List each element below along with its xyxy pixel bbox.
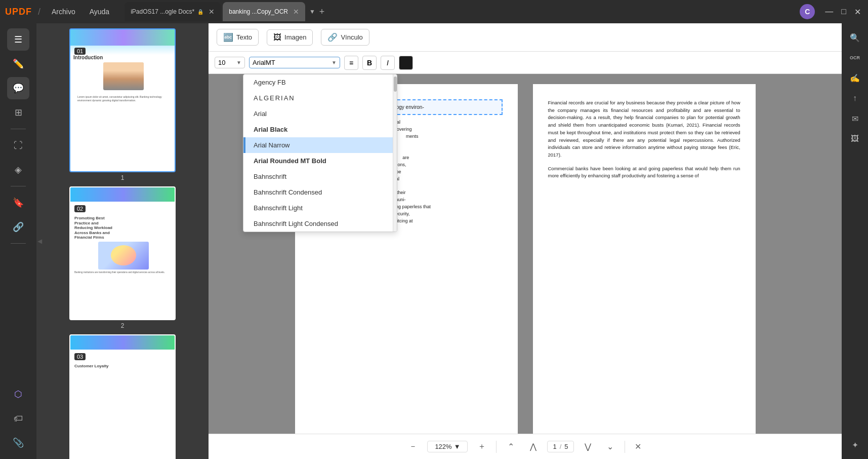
right-photo-icon[interactable]: 🖼 <box>846 130 864 148</box>
thumb-content-text-1: Lorem ipsum dolor sit amet, consectetur … <box>73 92 174 105</box>
right-signature-icon[interactable]: ✍ <box>846 69 864 87</box>
maximize-btn[interactable]: □ <box>839 5 848 18</box>
sidebar-bookmark-icon[interactable]: 🔖 <box>7 192 29 214</box>
tab-ipad-close[interactable]: ✕ <box>209 8 215 16</box>
font-item-agency-fb[interactable]: Agency FB <box>243 74 397 90</box>
left-sidebar: ☰ ✏️ 💬 ⊞ ⛶ ◈ 🔖 🔗 ⬡ 🏷 📎 <box>0 23 36 459</box>
scroll-to-top-btn[interactable]: ⌃ <box>503 439 519 455</box>
thumb-preview-1: 01 Introduction Lorem ipsum dolor sit am… <box>70 29 176 171</box>
texto-btn[interactable]: 🔤 Texto <box>217 29 259 46</box>
tab-add-btn[interactable]: + <box>319 7 325 17</box>
next-page-btn[interactable]: ⋁ <box>580 439 596 455</box>
thumbnail-panel: 01 Introduction Lorem ipsum dolor sit am… <box>36 23 209 459</box>
top-bar: UPDF / Archivo Ayuda iPadOS17 ...ogle Do… <box>0 0 868 23</box>
imagen-icon: 🖼 <box>273 33 281 42</box>
page-num-display: 1 / 5 <box>547 441 573 452</box>
right-mail-icon[interactable]: ✉ <box>846 109 864 128</box>
tab-dropdown-arrow[interactable]: ▼ <box>309 8 315 15</box>
menu-ayuda[interactable]: Ayuda <box>85 6 114 18</box>
font-item-arial[interactable]: Arial <box>243 106 397 122</box>
close-btn[interactable]: ✕ <box>852 5 863 19</box>
bold-btn[interactable]: B <box>362 56 377 70</box>
bottom-sep-1 <box>496 441 497 453</box>
right-share-icon[interactable]: ✦ <box>846 436 864 454</box>
texto-icon: 🔤 <box>223 32 233 42</box>
sidebar-divider-1 <box>11 129 26 129</box>
sidebar-comment-icon[interactable]: 💬 <box>7 77 29 99</box>
color-dot <box>402 59 410 67</box>
font-dropdown: Agency FB ALGERIAN Arial Arial Black Ari… <box>243 74 397 232</box>
tab-area: iPadOS17 ...ogle Docs* 🔒 ✕ banking ...Co… <box>125 2 796 21</box>
close-editor-btn[interactable]: ✕ <box>631 440 645 454</box>
zoom-display[interactable]: 122% ▼ <box>427 441 468 452</box>
font-toolbar: 10 ▼ ArialMT ▼ ≡ B I Agency FB ALGERIAN <box>209 52 842 74</box>
font-item-arial-black[interactable]: Arial Black <box>243 122 397 137</box>
left-panel: ◀ 01 Introduction Lorem ips <box>36 23 209 459</box>
thumb-slide-title-3: Customer Loyalty <box>74 364 173 369</box>
page-current: 1 <box>553 443 556 450</box>
sidebar-read-icon[interactable]: ☰ <box>7 28 29 51</box>
sidebar-divider-2 <box>11 186 26 186</box>
thumb-item-3[interactable]: 03 Customer Loyalty 3 <box>42 334 203 459</box>
font-item-bahnschrift-condensed[interactable]: Bahnschrift Condensed <box>243 184 397 200</box>
thumb-header-1 <box>70 29 176 46</box>
tab-banking[interactable]: banking ...Copy_OCR ✕ <box>223 2 305 21</box>
right-ocr-icon[interactable]: OCR <box>846 49 864 67</box>
sidebar-extract-icon[interactable]: ⛶ <box>7 134 29 157</box>
sidebar-pages-icon[interactable]: ⊞ <box>7 101 29 124</box>
sidebar-paperclip-icon[interactable]: 📎 <box>7 432 29 454</box>
zoom-arrow-icon: ▼ <box>454 443 461 450</box>
app-logo: UPDF <box>5 7 32 17</box>
sidebar-watermark-icon[interactable]: ◈ <box>7 159 29 181</box>
prev-page-btn[interactable]: ⋀ <box>525 439 541 455</box>
sidebar-pen-icon[interactable]: ✏️ <box>7 53 29 75</box>
sidebar-layers-icon[interactable]: ⬡ <box>7 383 29 405</box>
font-family-select[interactable]: ArialMT ▼ <box>249 57 340 68</box>
font-item-algerian[interactable]: ALGERIAN <box>243 90 397 106</box>
avatar[interactable]: C <box>800 4 815 19</box>
page-total: 5 <box>564 443 568 450</box>
thumb-preview-2: 02 Promoting BestPractice andReducing Wo… <box>70 187 176 319</box>
font-item-bahnschrift-light[interactable]: Bahnschrift Light <box>243 200 397 216</box>
font-item-bahnschrift-light-condensed[interactable]: Bahnschrift Light Condensed <box>243 216 397 232</box>
sidebar-link-icon[interactable]: 🔗 <box>7 216 29 238</box>
font-item-arial-rounded[interactable]: Arial Rounded MT Bold <box>243 153 397 169</box>
logo-sep: / <box>38 7 40 17</box>
italic-btn[interactable]: I <box>381 56 395 70</box>
thumb-preview-3: 03 Customer Loyalty <box>70 335 176 459</box>
vinculo-btn[interactable]: 🔗 Vínculo <box>321 29 369 46</box>
font-size-select[interactable]: 10 ▼ <box>215 57 245 68</box>
page-right-para1: Financial records are crucial for any bu… <box>548 99 740 159</box>
panel-collapse-arrow[interactable]: ◀ <box>36 238 44 245</box>
minimize-btn[interactable]: — <box>823 5 835 18</box>
imagen-btn[interactable]: 🖼 Imagen <box>267 29 313 46</box>
tab-banking-close[interactable]: ✕ <box>293 8 299 16</box>
thumb-badge-3: 03 <box>74 353 86 360</box>
align-btn[interactable]: ≡ <box>344 56 358 70</box>
right-upload-icon[interactable]: ↑ <box>846 89 864 107</box>
thumb-card-2[interactable]: 02 Promoting BestPractice andReducing Wo… <box>69 186 176 320</box>
font-size-arrow-icon: ▼ <box>236 60 241 65</box>
thumb-card-1[interactable]: 01 Introduction Lorem ipsum dolor sit am… <box>69 28 176 172</box>
tab-ipad-label: iPadOS17 ...ogle Docs* <box>131 8 194 15</box>
thumb-header-3 <box>70 335 176 350</box>
zoom-in-btn[interactable]: ＋ <box>474 439 490 455</box>
dropdown-scrollbar[interactable] <box>393 74 397 232</box>
font-item-arial-narrow[interactable]: Arial Narrow <box>243 137 397 153</box>
thumb-item-2[interactable]: 02 Promoting BestPractice andReducing Wo… <box>42 186 203 329</box>
font-item-bahnschrift[interactable]: Bahnschrift <box>243 169 397 184</box>
thumb-title-1: Introduction <box>73 55 174 60</box>
scroll-to-bottom-btn[interactable]: ⌄ <box>602 439 618 455</box>
thumb-item-1[interactable]: 01 Introduction Lorem ipsum dolor sit am… <box>42 28 203 181</box>
font-family-value: ArialMT <box>253 59 275 66</box>
thumb-card-3[interactable]: 03 Customer Loyalty <box>69 334 176 459</box>
right-search-icon[interactable]: 🔍 <box>846 28 864 47</box>
font-size-value: 10 <box>218 59 225 66</box>
zoom-out-btn[interactable]: － <box>405 439 421 455</box>
menu-archivo[interactable]: Archivo <box>47 6 80 18</box>
vinculo-label: Vínculo <box>341 33 362 41</box>
thumb-img-box-1 <box>103 62 144 90</box>
tab-ipad[interactable]: iPadOS17 ...ogle Docs* 🔒 ✕ <box>125 2 221 21</box>
color-picker-btn[interactable] <box>399 56 413 70</box>
sidebar-bookmark2-icon[interactable]: 🏷 <box>7 407 29 430</box>
